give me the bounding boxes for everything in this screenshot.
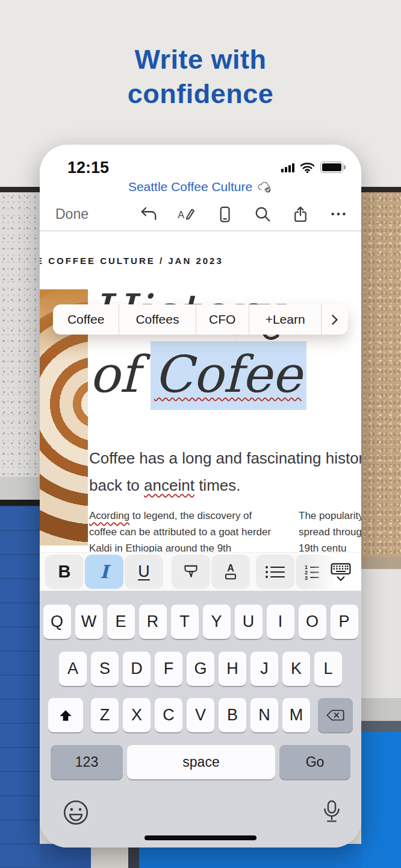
battery-icon xyxy=(320,162,343,173)
share-icon[interactable] xyxy=(291,205,309,223)
suggestion-coffee[interactable]: Coffee xyxy=(53,304,119,335)
body-line1: Coffee has a long and fascinating histor… xyxy=(89,445,361,472)
column-right: The popularity spread through 19th centu xyxy=(299,508,361,552)
mobile-view-icon[interactable] xyxy=(216,205,234,223)
autocorrect-suggestion-bar: Coffee Coffees CFO +Learn xyxy=(53,304,348,335)
key-u[interactable]: U xyxy=(235,605,263,639)
status-bar-icons xyxy=(281,162,343,173)
bullet-list-icon[interactable] xyxy=(256,555,294,589)
document-heading-line1[interactable]: History xyxy=(90,272,343,304)
document-title[interactable]: Seattle Coffee Culture xyxy=(128,180,252,194)
document-title-row: Seattle Coffee Culture xyxy=(40,180,361,194)
suggestion-cfo[interactable]: CFO xyxy=(196,304,249,335)
key-h[interactable]: H xyxy=(219,652,246,686)
cork-board-photo xyxy=(361,192,401,557)
column-left: Acording to legend, the discovery of cof… xyxy=(89,508,270,552)
key-m[interactable]: M xyxy=(282,698,310,732)
home-indicator[interactable] xyxy=(145,835,256,840)
suggestion-coffees[interactable]: Coffees xyxy=(119,304,196,335)
background-bottom-dark-blue xyxy=(40,844,91,868)
key-g[interactable]: G xyxy=(187,652,214,686)
background-left-dark-line xyxy=(0,500,40,506)
done-button[interactable]: Done xyxy=(55,206,89,222)
background-right-gray xyxy=(361,569,401,698)
phone-mockup: 12:15 Seattle Coffee Culture xyxy=(40,145,361,848)
go-key[interactable]: Go xyxy=(279,745,350,779)
microphone-icon[interactable] xyxy=(322,797,342,826)
space-key[interactable]: space xyxy=(127,745,275,779)
key-i[interactable]: I xyxy=(267,605,294,639)
background-speckled-wall xyxy=(0,192,40,477)
selected-misspelled-word[interactable]: Cofee xyxy=(151,341,306,410)
app-store-screenshot: Write with confidence 12:15 Seattl xyxy=(0,0,401,868)
emoji-icon[interactable] xyxy=(63,799,89,826)
key-d[interactable]: D xyxy=(123,652,151,686)
key-z[interactable]: Z xyxy=(91,698,119,732)
keyboard-row2: A S D F G H J K L xyxy=(40,652,361,686)
italic-button-active[interactable]: I xyxy=(85,555,123,589)
key-n[interactable]: N xyxy=(250,698,278,732)
wifi-icon xyxy=(300,162,315,173)
shift-key[interactable] xyxy=(48,698,83,732)
numbers-key[interactable]: 123 xyxy=(51,745,123,779)
highlighter-icon[interactable] xyxy=(172,555,210,589)
key-l[interactable]: L xyxy=(314,652,342,686)
key-o[interactable]: O xyxy=(299,605,326,639)
cellular-signal-icon xyxy=(281,163,294,172)
cloud-check-icon xyxy=(256,181,273,193)
dismiss-keyboard-icon[interactable] xyxy=(327,560,355,584)
editor-toolbar: Done A xyxy=(40,200,361,230)
background-right-band xyxy=(361,698,401,721)
formatting-toolbar: B I U A xyxy=(40,552,361,591)
chevron-right-icon xyxy=(331,314,338,326)
keyboard-row3: Z X C V B N M xyxy=(40,698,361,732)
key-k[interactable]: K xyxy=(282,652,310,686)
key-v[interactable]: V xyxy=(187,698,214,732)
background-bottom-gap xyxy=(128,844,139,868)
bold-button[interactable]: B xyxy=(45,555,84,589)
key-j[interactable]: J xyxy=(250,652,278,686)
backspace-key[interactable] xyxy=(318,698,353,732)
font-color-icon[interactable]: A xyxy=(211,555,250,589)
underline-button[interactable]: U xyxy=(125,555,163,589)
marketing-headline: Write with confidence xyxy=(0,42,401,111)
key-a[interactable]: A xyxy=(59,652,87,686)
key-f[interactable]: F xyxy=(155,652,182,686)
key-x[interactable]: X xyxy=(123,698,151,732)
document-heading-line2[interactable]: ofCofee xyxy=(89,345,306,423)
undo-icon[interactable] xyxy=(140,205,158,223)
key-b[interactable]: B xyxy=(219,698,246,732)
ios-keyboard: Q W E R T Y U I O P A S D F G H J K L xyxy=(40,591,361,848)
pen-edit-icon[interactable]: A xyxy=(177,205,195,223)
misspelled-acording[interactable]: Acording xyxy=(89,510,129,521)
keyboard-row1: Q W E R T Y U I O P xyxy=(40,605,361,639)
key-p[interactable]: P xyxy=(331,605,358,639)
background-left-band xyxy=(0,477,40,500)
heading-prefix: of xyxy=(89,345,138,404)
suggestions-more-button[interactable] xyxy=(322,304,348,335)
body-line2: back to anceint times. xyxy=(89,472,361,499)
cork-board-edge xyxy=(361,557,401,569)
toolbar-divider xyxy=(40,230,361,231)
svg-text:A: A xyxy=(178,209,184,220)
key-r[interactable]: R xyxy=(139,605,167,639)
background-bottom-tile xyxy=(91,844,128,868)
status-bar-time: 12:15 xyxy=(67,159,109,177)
key-w[interactable]: W xyxy=(75,605,103,639)
background-blue-tiles-right xyxy=(361,732,401,868)
key-c[interactable]: C xyxy=(155,698,182,732)
misspelled-anceint[interactable]: anceint xyxy=(144,476,194,494)
more-ellipsis-icon[interactable] xyxy=(329,205,347,223)
key-q[interactable]: Q xyxy=(43,605,71,639)
keyboard-row4: 123 space Go xyxy=(40,745,361,779)
key-e[interactable]: E xyxy=(107,605,135,639)
search-icon[interactable] xyxy=(253,205,272,223)
suggestion-learn[interactable]: +Learn xyxy=(249,304,322,335)
background-right-dark-band xyxy=(361,721,401,732)
svg-text:A: A xyxy=(227,563,234,573)
key-y[interactable]: Y xyxy=(203,605,231,639)
key-s[interactable]: S xyxy=(91,652,119,686)
document-body-paragraph[interactable]: Coffee has a long and fascinating histor… xyxy=(89,445,361,499)
document-columns[interactable]: Acording to legend, the discovery of cof… xyxy=(40,508,361,552)
key-t[interactable]: T xyxy=(171,605,199,639)
